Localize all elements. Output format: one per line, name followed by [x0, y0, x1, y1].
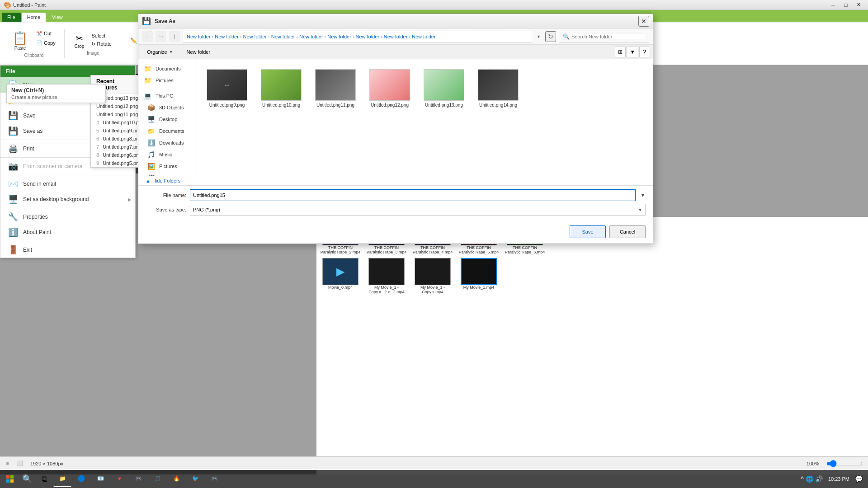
breadcrumb-item[interactable]: New folder: [243, 34, 267, 39]
nav-back-button[interactable]: ←: [142, 31, 153, 42]
view-dropdown-button[interactable]: ▼: [627, 47, 638, 57]
dialog-file-4[interactable]: Untitled.png13.png: [421, 66, 467, 110]
file-thumb-dialog-3: [369, 69, 410, 101]
task-view-button[interactable]: ⧉: [36, 471, 52, 487]
sidebar-documents[interactable]: 📁 Documents: [138, 63, 197, 75]
new-folder-label: New folder: [187, 49, 211, 55]
taskbar-app-8[interactable]: 🐦: [186, 471, 204, 487]
sidebar-music[interactable]: 🎵 Music: [138, 149, 197, 160]
filename-dropdown-arrow[interactable]: ▼: [640, 192, 646, 198]
taskbar-right-area: ^ 🌐 🔊 10:23 PM 💬: [801, 475, 866, 483]
filename-input[interactable]: [190, 189, 636, 201]
new-folder-button[interactable]: New folder: [182, 47, 216, 56]
sidebar-music-label: Music: [159, 152, 172, 157]
svg-rect-0: [6, 475, 9, 479]
dialog-close-button[interactable]: ✕: [638, 16, 649, 27]
dialog-file-2[interactable]: Untitled.png11.png: [313, 66, 358, 110]
breadcrumb-item[interactable]: New folder: [215, 34, 239, 39]
breadcrumb-item[interactable]: New folder: [412, 34, 436, 39]
taskbar-app-4[interactable]: ♥: [110, 471, 128, 487]
file-name-dialog-0: Untitled.png9.png: [209, 103, 245, 108]
svg-rect-2: [6, 479, 9, 483]
sidebar-documents2[interactable]: 📁 Documents: [138, 125, 197, 137]
breadcrumb-item[interactable]: New folder: [271, 34, 295, 39]
filetype-label: Save as type:: [146, 207, 186, 212]
taskbar-app-7[interactable]: 🔥: [167, 471, 185, 487]
sidebar-downloads[interactable]: ⬇️ Downloads: [138, 137, 197, 149]
breadcrumb-item[interactable]: New folder: [187, 34, 211, 39]
taskbar-app-6[interactable]: 🎵: [148, 471, 166, 487]
dialog-bottom: File name: ▼ Save as type: PNG (*.png) ▼: [138, 185, 653, 222]
breadcrumb-item[interactable]: New folder: [356, 34, 380, 39]
nav-forward-button[interactable]: →: [156, 31, 166, 42]
sidebar-this-pc[interactable]: 💻 This PC: [138, 90, 197, 102]
file-thumb-dialog-4: [424, 69, 464, 101]
dialog-file-3[interactable]: Untitled.png12.png: [367, 66, 412, 110]
search-box[interactable]: 🔍: [559, 31, 649, 42]
thispc-icon: 💻: [144, 92, 152, 99]
path-dropdown-arrow[interactable]: ▼: [537, 34, 541, 39]
help-button[interactable]: ?: [639, 47, 649, 57]
taskbar-app-3[interactable]: 📧: [91, 471, 109, 487]
sidebar-dl-label: Downloads: [159, 140, 184, 145]
organize-label: Organize: [147, 49, 167, 55]
search-icon: 🔍: [563, 33, 570, 40]
save-button[interactable]: Save: [570, 225, 606, 238]
view-icon-button[interactable]: ⊞: [615, 47, 626, 57]
dialog-file-5[interactable]: Untitled.png14.png: [476, 66, 521, 110]
sidebar-thispc-label: This PC: [156, 93, 173, 99]
nav-up-button[interactable]: ↑: [169, 31, 180, 42]
address-path[interactable]: New folder › New folder › New folder › N…: [183, 31, 532, 42]
docs2-icon: 📁: [147, 127, 156, 135]
taskbar-clock[interactable]: 10:23 PM: [825, 476, 853, 482]
taskbar-app-5[interactable]: 🎮: [129, 471, 147, 487]
breadcrumb-item[interactable]: New folder: [384, 34, 408, 39]
dialog-toolbar: Organize ▼ New folder ⊞ ▼ ?: [138, 45, 653, 59]
file-name-dialog-3: Untitled.png12.png: [371, 103, 409, 108]
tray-expand[interactable]: ^: [801, 475, 804, 483]
cancel-button[interactable]: Cancel: [609, 225, 646, 238]
dialog-file-0[interactable]: ▪▪▪ Untitled.png9.png: [204, 66, 250, 110]
start-button[interactable]: [2, 471, 18, 487]
svg-rect-3: [10, 479, 14, 483]
pics2-icon: 🖼️: [147, 163, 156, 170]
hide-folders-button[interactable]: ▲ Hide Folders: [138, 176, 653, 185]
file-thumb-dialog-0: ▪▪▪: [207, 69, 247, 101]
filetype-dropdown[interactable]: PNG (*.png) ▼: [190, 204, 646, 216]
music-icon: 🎵: [147, 151, 156, 158]
desktop2-icon: 🖥️: [147, 116, 156, 123]
organize-button[interactable]: Organize ▼: [142, 47, 178, 56]
sidebar-pictures[interactable]: 📁 Pictures: [138, 75, 197, 86]
sidebar-3dobjects[interactable]: 📦 3D Objects: [138, 102, 197, 113]
dialog-body: 📁 Documents 📁 Pictures 💻 This PC 📦 3D Ob…: [138, 59, 653, 176]
dialog-title: Save As: [155, 18, 635, 24]
sidebar-videos[interactable]: 🎬 Videos: [138, 172, 197, 176]
filename-field: File name: ▼: [146, 189, 646, 201]
save-dialog: 💾 Save As ✕ ← → ↑ New folder › New folde…: [138, 14, 653, 244]
search-taskbar-button[interactable]: 🔍: [19, 471, 35, 487]
volume-icon[interactable]: 🔊: [815, 475, 823, 483]
taskbar-edge[interactable]: [72, 471, 90, 487]
taskbar-file-explorer[interactable]: 📁: [53, 471, 71, 487]
sidebar-pics-label: Pictures: [156, 78, 174, 83]
dialog-titlebar: 💾 Save As ✕: [138, 14, 653, 28]
file-name-dialog-5: Untitled.png14.png: [479, 103, 517, 108]
sidebar-desktop[interactable]: 🖥️ Desktop: [138, 113, 197, 125]
network-icon[interactable]: 🌐: [806, 475, 813, 483]
breadcrumb-item[interactable]: New folder: [327, 34, 351, 39]
dialog-action-buttons: Save Cancel: [138, 222, 653, 244]
refresh-button[interactable]: ↻: [545, 31, 556, 42]
sidebar-pictures2[interactable]: 🖼️ Pictures: [138, 160, 197, 172]
file-name-dialog-1: Untitled.png10.png: [262, 103, 300, 108]
docs-icon: 📁: [144, 65, 152, 72]
sidebar-docs2-label: Documents: [159, 128, 184, 134]
organize-arrow: ▼: [169, 50, 173, 54]
notification-button[interactable]: 💬: [855, 475, 863, 483]
hide-folders-arrow: ▲: [146, 178, 151, 183]
search-input[interactable]: [571, 34, 645, 39]
file-name-dialog-2: Untitled.png11.png: [316, 103, 354, 108]
3dobj-icon: 📦: [147, 104, 156, 111]
dialog-file-1[interactable]: Untitled.png10.png: [259, 66, 304, 110]
taskbar-app-9[interactable]: 🎮: [205, 471, 223, 487]
breadcrumb-item[interactable]: New folder: [299, 34, 323, 39]
